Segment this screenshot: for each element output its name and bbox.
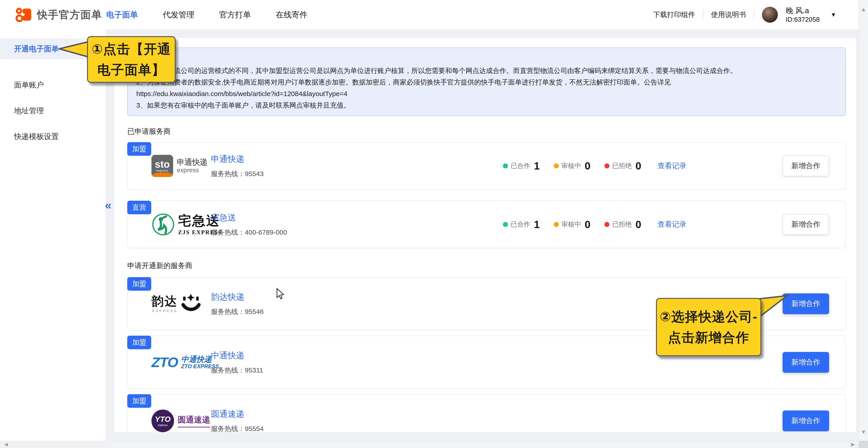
sto-mark: sto <box>155 160 170 169</box>
tab-electronic-waybill[interactable]: 电子面单 <box>106 9 138 20</box>
provider-card-zjs: 直营 宅急送 ZJS EXPRESS 宅急送 服务热线：400-6789-000… <box>127 201 846 248</box>
yunda-cn: 韵达 <box>151 295 178 307</box>
provider-name-link[interactable]: 申通快递 <box>211 154 264 165</box>
tab-consign-management[interactable]: 代发管理 <box>163 9 194 20</box>
user-info: 晚 风.a ID:6372058 <box>786 6 819 24</box>
app-title: 快手官方面单 <box>37 8 102 22</box>
download-print-component-link[interactable]: 下载打印组件 <box>653 10 695 20</box>
stat-label: 已合作 <box>510 220 530 229</box>
section-title-new: 申请开通新的服务商 <box>127 261 192 271</box>
sto-sub: express <box>156 169 168 172</box>
scroll-down-icon[interactable]: ▼ <box>859 428 868 436</box>
stat-label: 审核中 <box>561 220 581 229</box>
add-cooperation-button[interactable]: 新增合作 <box>782 214 829 235</box>
sidebar-item-express-template[interactable]: 快递模板设置 <box>0 126 105 147</box>
add-cooperation-button[interactable]: 新增合作 <box>782 352 829 373</box>
avatar[interactable] <box>762 6 778 23</box>
chevron-down-icon[interactable]: ▼ <box>831 11 836 18</box>
callout-step1: ①点击【开通 电子面单】 <box>87 36 176 83</box>
stat-label: 审核中 <box>561 161 581 170</box>
zjs-monkey-icon <box>151 213 175 236</box>
stat-value: 1 <box>534 218 540 230</box>
scroll-right-icon[interactable]: ▶ <box>851 442 855 447</box>
horizontal-scrollbar[interactable]: ◀ ▶ <box>0 441 868 448</box>
provider-hotline: 服务热线：95546 <box>211 307 264 316</box>
brand: 快手官方面单 <box>16 5 102 25</box>
notice-box: 温馨提示: 1、由于各物流公司的运营模式的不同，其中加盟型运营公司是以网点为单位… <box>127 47 846 116</box>
user-id: ID:6372058 <box>786 15 819 24</box>
stat-label: 已拒绝 <box>612 220 632 229</box>
notice-line: 2、为保证消费者的数据安全,快手电商近期将对用户订单数据逐步加密。数据加密后，商… <box>136 76 837 88</box>
yto-sub: express <box>158 424 167 427</box>
stat-label: 已拒绝 <box>612 161 632 170</box>
cooperation-stats: 已合作1 审核中0 已拒绝0 查看记录 <box>503 160 686 172</box>
yto-cn: 圆通速递 <box>178 414 210 427</box>
sidebar: 开通电子面单 面单账户 地址管理 快递模板设置 <box>0 29 105 441</box>
yto-mark: YTO <box>155 415 170 424</box>
badge-franchise: 加盟 <box>127 394 151 408</box>
kuaishou-logo-icon <box>16 5 32 25</box>
reviewing-dot-icon <box>554 222 559 227</box>
user-name: 晚 风.a <box>786 6 819 15</box>
notice-link-text: https://edu.kwaixiaodian.com/bbs/web/art… <box>136 88 837 99</box>
reviewing-dot-icon <box>554 163 559 168</box>
add-cooperation-button[interactable]: 新增合作 <box>782 156 829 176</box>
zto-mark: ZTO <box>151 354 178 370</box>
provider-hotline: 服务热线：95543 <box>211 169 264 179</box>
tab-official-print[interactable]: 官方打单 <box>219 9 251 20</box>
rejected-dot-icon <box>604 222 610 227</box>
stat-value: 0 <box>585 160 591 172</box>
provider-name-link[interactable]: 圆通速递 <box>211 408 264 419</box>
mouse-cursor <box>275 288 285 300</box>
provider-name-link[interactable]: 宅急送 <box>211 212 287 223</box>
badge-franchise: 加盟 <box>127 335 151 349</box>
scroll-up-icon[interactable]: ▲ <box>859 6 868 13</box>
page: { "colors": { "accent_blue": "#2e6bf6", … <box>0 0 868 448</box>
main-content: 温馨提示: 1、由于各物流公司的运营模式的不同，其中加盟型运营公司是以网点为单位… <box>114 38 856 432</box>
stat-value: 0 <box>636 160 641 172</box>
sidebar-item-address-management[interactable]: 地址管理 <box>0 100 105 121</box>
cooperation-stats: 已合作1 审核中0 已拒绝0 查看记录 <box>503 218 686 230</box>
section-title-applied: 已申请服务商 <box>127 127 170 136</box>
provider-card-yto: 加盟 YTO express 圆通速递 圆通速递 服务热线：95554 新增合作 <box>127 394 846 432</box>
provider-hotline: 服务热线：95311 <box>211 365 263 375</box>
callout-text: ②选择快递公司- <box>660 306 757 327</box>
provider-name-link[interactable]: 中通快递 <box>211 350 263 361</box>
notice-line: 1、由于各物流公司的运营模式的不同，其中加盟型运营公司是以网点为单位进行账户核算… <box>136 65 837 76</box>
rejected-dot-icon <box>604 163 610 168</box>
top-header: 快手官方面单 电子面单 代发管理 官方打单 在线寄件 下载打印组件 使用说明书 … <box>0 0 868 29</box>
add-cooperation-button[interactable]: 新增合作 <box>782 411 829 431</box>
view-records-link[interactable]: 查看记录 <box>657 220 686 229</box>
header-right: 下载打印组件 使用说明书 晚 风.a ID:6372058 ▼ <box>653 0 836 29</box>
provider-card-sto: 加盟 sto express 申通快递 express 申通快递 服务热线：95… <box>127 142 846 190</box>
badge-franchise: 加盟 <box>127 142 151 156</box>
stat-value: 1 <box>534 160 540 172</box>
sto-en: express <box>177 167 208 174</box>
divider <box>703 10 703 20</box>
sidebar-collapse-icon[interactable]: « <box>105 199 112 211</box>
tab-online-shipping[interactable]: 在线寄件 <box>276 9 307 20</box>
cooperated-dot-icon <box>503 163 508 168</box>
provider-hotline: 服务热线：95554 <box>211 424 264 432</box>
notice-line: 3、如果您有在审核中的电子面单账户，请及时联系网点审核并且充值。 <box>136 99 837 111</box>
scroll-left-icon[interactable]: ◀ <box>4 442 8 447</box>
yunda-smile-icon <box>180 292 203 315</box>
callout-text: 点击新增合作 <box>668 327 749 348</box>
view-records-link[interactable]: 查看记录 <box>657 161 686 171</box>
divider <box>754 10 754 20</box>
stat-value: 0 <box>585 218 591 230</box>
provider-hotline: 服务热线：400-6789-000 <box>211 228 287 237</box>
cooperated-dot-icon <box>503 222 508 227</box>
callout-text: 电子面单】 <box>97 59 165 80</box>
stat-label: 已合作 <box>510 161 530 170</box>
provider-name-link[interactable]: 韵达快递 <box>211 291 264 302</box>
notice-title: 温馨提示: <box>136 53 837 65</box>
vertical-scrollbar[interactable]: ▲ ▼ <box>859 0 868 441</box>
callout-step2: ②选择快递公司- 点击新增合作 <box>656 298 761 356</box>
user-manual-link[interactable]: 使用说明书 <box>711 10 746 20</box>
callout-text: ①点击【开通 <box>92 39 171 59</box>
scrollbar-corner <box>859 441 868 448</box>
primary-nav: 电子面单 代发管理 官方打单 在线寄件 <box>106 0 307 29</box>
sto-cn: 申通快递 <box>177 158 208 167</box>
yunda-en: EXPRESS <box>152 309 178 312</box>
